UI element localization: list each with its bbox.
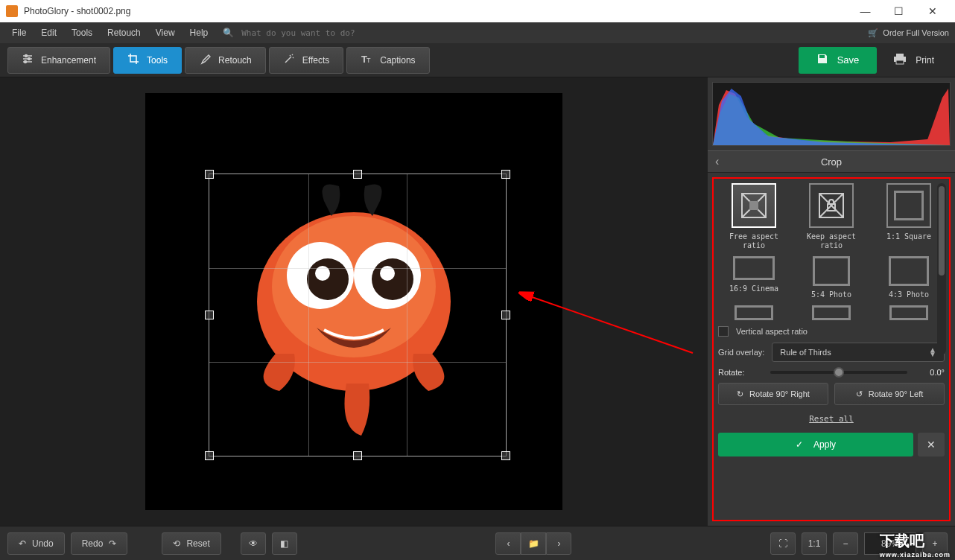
menu-bar: File Edit Tools Retouch View Help 🔍 What… — [0, 22, 955, 43]
zoom-value[interactable]: 89% — [864, 532, 916, 555]
undo-button[interactable]: ↶ Undo — [7, 532, 65, 555]
reset-button[interactable]: ⟲ Reset — [162, 532, 220, 555]
rotate-slider[interactable] — [770, 371, 907, 374]
wand-icon — [283, 53, 295, 67]
print-icon — [893, 53, 907, 67]
crop-handle-br[interactable] — [501, 451, 510, 460]
redo-button[interactable]: Redo ↷ — [71, 532, 128, 555]
minimize-button[interactable]: — — [848, 0, 882, 22]
svg-point-5 — [25, 61, 27, 63]
preset-5-4-photo[interactable]: 5:4 Photo — [796, 256, 867, 299]
menu-tools[interactable]: Tools — [66, 25, 98, 41]
preset-more-2[interactable] — [796, 305, 867, 320]
svg-rect-8 — [896, 54, 904, 57]
crop-handle-tr[interactable] — [501, 170, 510, 179]
menu-help[interactable]: Help — [184, 25, 215, 41]
rotate-label: Rotate: — [718, 368, 763, 377]
compare-button[interactable]: ◧ — [272, 532, 297, 555]
minus-icon: − — [843, 538, 848, 549]
crop-handle-bl[interactable] — [205, 451, 214, 460]
tab-captions[interactable]: TT Captions — [346, 47, 429, 74]
tab-effects[interactable]: Effects — [269, 47, 343, 74]
preset-more-3[interactable] — [873, 305, 945, 320]
plus-icon: + — [933, 538, 938, 549]
dropdown-arrows-icon: ▲▼ — [929, 348, 936, 357]
eye-icon: 👁 — [249, 538, 258, 549]
compare-icon: ◧ — [280, 538, 288, 549]
reset-all-link[interactable]: Reset all — [718, 411, 945, 427]
vertical-aspect-label: Vertical aspect ratio — [736, 327, 808, 336]
next-file-button[interactable]: › — [546, 532, 571, 555]
crop-handle-b[interactable] — [353, 451, 362, 460]
back-icon[interactable]: ‹ — [715, 155, 719, 168]
panel-header-crop: ‹ Crop — [708, 150, 955, 173]
side-panel: ‹ Crop Free aspect ratio Keep aspect rat… — [708, 77, 955, 526]
cart-icon: 🛒 — [868, 28, 878, 38]
fit-screen-button[interactable]: ⛶ — [770, 532, 796, 555]
rotate-value: 0.0° — [915, 368, 945, 377]
crop-icon — [127, 53, 139, 67]
rotate-90-left-button[interactable]: ↺ Rotate 90° Left — [834, 383, 945, 405]
chevron-right-icon: › — [557, 538, 560, 549]
preset-keep-aspect[interactable]: Keep aspect ratio — [796, 183, 867, 250]
preset-free-aspect[interactable]: Free aspect ratio — [718, 183, 790, 250]
image-stage[interactable] — [145, 93, 562, 510]
window-titlebar: PhotoGlory - shot0002.png — ☐ ✕ — [0, 0, 955, 22]
fit-icon: ⛶ — [778, 538, 787, 549]
maximize-button[interactable]: ☐ — [882, 0, 916, 22]
undo-icon: ↶ — [19, 538, 26, 549]
main-toolbar: Enhancement Tools Retouch Effects TT Cap… — [0, 43, 955, 77]
rotate-90-right-button[interactable]: ↻ Rotate 90° Right — [718, 383, 828, 405]
menu-retouch[interactable]: Retouch — [101, 25, 147, 41]
close-button[interactable]: ✕ — [916, 0, 949, 22]
zoom-out-button[interactable]: − — [833, 532, 858, 555]
menu-view[interactable]: View — [150, 25, 181, 41]
file-nav-group: ‹ 📁 › — [495, 532, 571, 555]
window-title: PhotoGlory - shot0002.png — [24, 6, 848, 16]
slider-knob[interactable] — [834, 367, 844, 378]
svg-rect-10 — [896, 60, 904, 64]
close-icon: ✕ — [927, 439, 936, 451]
tab-enhancement[interactable]: Enhancement — [7, 47, 110, 74]
canvas-area[interactable] — [0, 77, 708, 526]
order-full-version-link[interactable]: 🛒 Order Full Version — [868, 28, 949, 38]
tab-retouch[interactable]: Retouch — [185, 47, 266, 74]
search-icon: 🔍 — [223, 28, 234, 38]
browse-folder-button[interactable]: 📁 — [521, 532, 546, 555]
check-icon: ✓ — [796, 439, 803, 450]
grid-overlay-dropdown[interactable]: Rule of Thirds ▲▼ — [772, 343, 945, 362]
crop-handle-l[interactable] — [205, 311, 214, 319]
app-icon — [6, 5, 18, 17]
folder-icon: 📁 — [528, 538, 539, 549]
preset-4-3-photo[interactable]: 4:3 Photo — [873, 256, 945, 299]
histogram[interactable] — [712, 82, 951, 146]
preset-1-1-square[interactable]: 1:1 Square — [873, 183, 945, 250]
redo-icon: ↷ — [109, 538, 116, 549]
preset-more-1[interactable] — [718, 305, 790, 320]
preset-16-9-cinema[interactable]: 16:9 Cinema — [718, 256, 790, 299]
tab-tools[interactable]: Tools — [113, 47, 182, 74]
menu-edit[interactable]: Edit — [35, 25, 63, 41]
actual-size-button[interactable]: 1:1 — [802, 532, 827, 555]
preview-toggle-button[interactable]: 👁 — [241, 532, 266, 555]
svg-point-3 — [28, 58, 31, 60]
prev-file-button[interactable]: ‹ — [495, 532, 521, 555]
search-input[interactable]: What do you want to do? — [241, 28, 355, 38]
grid-overlay-label: Grid overlay: — [718, 348, 764, 357]
crop-handle-tl[interactable] — [205, 170, 214, 179]
save-button[interactable]: Save — [799, 47, 878, 74]
crop-panel: Free aspect ratio Keep aspect ratio 1:1 … — [712, 177, 951, 521]
menu-file[interactable]: File — [6, 25, 32, 41]
crop-handle-t[interactable] — [353, 170, 362, 179]
apply-button[interactable]: ✓ Apply — [718, 433, 913, 456]
vertical-aspect-checkbox[interactable] — [718, 326, 729, 337]
cancel-button[interactable]: ✕ — [918, 433, 945, 456]
zoom-in-button[interactable]: + — [922, 532, 948, 555]
ratio-label: 1:1 — [808, 538, 821, 549]
crop-rectangle[interactable] — [209, 174, 507, 456]
text-icon: TT — [361, 53, 372, 67]
rotate-left-icon: ↺ — [856, 389, 863, 399]
reset-icon: ⟲ — [173, 538, 180, 549]
print-button[interactable]: Print — [880, 47, 948, 74]
crop-handle-r[interactable] — [501, 311, 510, 319]
